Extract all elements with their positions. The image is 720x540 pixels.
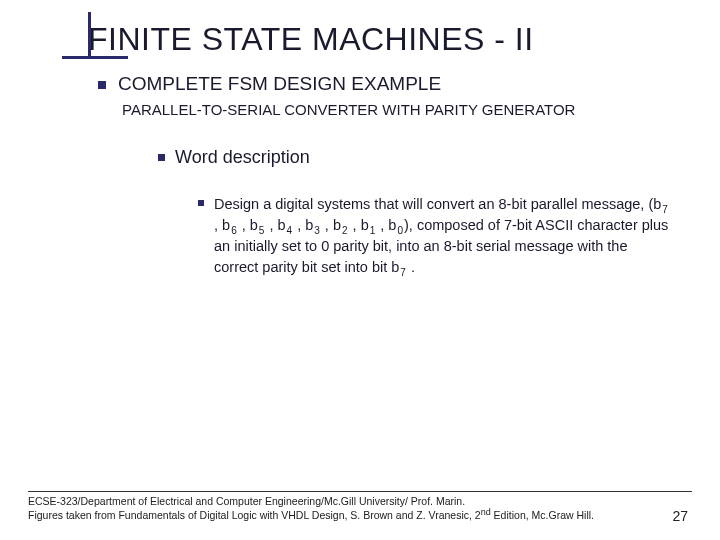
- bullet-level1-text: COMPLETE FSM DESIGN EXAMPLE: [118, 73, 441, 95]
- footer-line2-part-b: Edition, Mc.Graw Hill.: [491, 509, 594, 521]
- bit-separator: , b: [321, 217, 341, 233]
- bullet-level2-text: Word description: [175, 147, 310, 168]
- design-text-part: Design a digital systems that will conve…: [214, 196, 661, 212]
- bullet-level2: Word description: [158, 147, 692, 168]
- slide: FINITE STATE MACHINES - II COMPLETE FSM …: [0, 0, 720, 540]
- bullet-level3-text: Design a digital systems that will conve…: [214, 194, 672, 278]
- page-number: 27: [672, 508, 688, 524]
- subscript: 4: [286, 225, 294, 236]
- bit-separator: , b: [293, 217, 313, 233]
- content-area: COMPLETE FSM DESIGN EXAMPLE PARALLEL-TO-…: [28, 73, 692, 278]
- bullet-level1-subtitle: PARALLEL-TO-SERIAL CONVERTER WITH PARITY…: [122, 101, 692, 119]
- subscript: 7: [399, 267, 407, 278]
- footer-rule: [28, 491, 692, 492]
- bit-separator: , b: [238, 217, 258, 233]
- subscript: 0: [396, 225, 404, 236]
- square-bullet-icon: [198, 200, 204, 206]
- bit-separator: , b: [265, 217, 285, 233]
- design-text-part: .: [407, 259, 415, 275]
- subscript: 1: [369, 225, 377, 236]
- bullet-level3: Design a digital systems that will conve…: [198, 194, 692, 278]
- page-title: FINITE STATE MACHINES - II: [88, 22, 692, 59]
- footer-superscript: nd: [481, 507, 491, 517]
- subscript: 5: [258, 225, 266, 236]
- subscript: 7: [661, 204, 669, 215]
- square-bullet-icon: [98, 81, 106, 89]
- subscript: 6: [230, 225, 238, 236]
- footer-line2: Figures taken from Fundamentals of Digit…: [28, 508, 692, 522]
- footer-line2-part-a: Figures taken from Fundamentals of Digit…: [28, 509, 481, 521]
- bit-separator: , b: [376, 217, 396, 233]
- slide-footer: ECSE-323/Department of Electrical and Co…: [28, 491, 692, 522]
- bullet-level1: COMPLETE FSM DESIGN EXAMPLE: [98, 73, 692, 95]
- footer-line1: ECSE-323/Department of Electrical and Co…: [28, 494, 692, 508]
- bullet-level1-subtitle-text: PARALLEL-TO-SERIAL CONVERTER WITH PARITY…: [122, 101, 575, 118]
- subscript: 3: [313, 225, 321, 236]
- subscript: 2: [341, 225, 349, 236]
- square-bullet-icon: [158, 154, 165, 161]
- bit-separator: , b: [214, 217, 230, 233]
- bit-separator: , b: [349, 217, 369, 233]
- title-block: FINITE STATE MACHINES - II: [88, 22, 692, 59]
